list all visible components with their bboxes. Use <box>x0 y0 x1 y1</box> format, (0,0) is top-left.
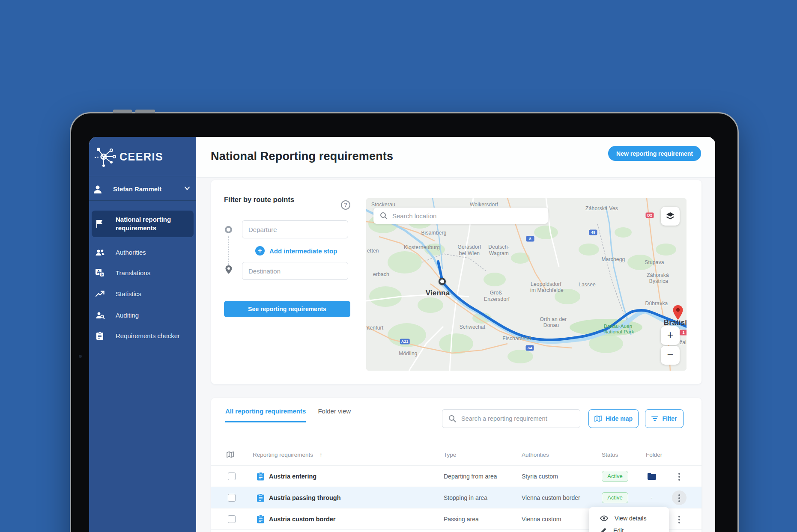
sidebar-item-requirements-checker[interactable]: Requirements checker <box>92 327 194 345</box>
departure-input[interactable] <box>242 220 348 238</box>
page-header: National Reporting requirements New repo… <box>196 137 715 178</box>
search-icon <box>448 415 456 422</box>
tab-all-reporting-requirements[interactable]: All reporting requirements <box>225 407 306 422</box>
camera-dot <box>79 355 82 358</box>
brand: CEERIS <box>89 144 196 169</box>
sidebar-item-statistics[interactable]: Statistics <box>92 285 194 303</box>
sort-arrow-icon[interactable]: ↑ <box>319 452 322 458</box>
map-label: žal <box>680 339 687 345</box>
table-row[interactable]: Austria passing through Stopping in area… <box>211 487 701 508</box>
map-search-box[interactable] <box>373 208 548 224</box>
map-label: Leopoldsdorf <box>531 281 561 287</box>
requirement-icon <box>257 493 265 502</box>
departure-point-icon <box>225 226 232 233</box>
requirement-name: Austria passing through <box>269 494 341 501</box>
people-icon <box>95 248 105 257</box>
search-icon <box>380 212 388 220</box>
map-label: Záhorská Ves <box>585 205 618 211</box>
table-search-input[interactable] <box>461 410 576 428</box>
sidebar-item-translations[interactable]: A 文 Translations <box>92 265 194 282</box>
clipboard-icon <box>95 331 104 341</box>
column-reporting-requirements[interactable]: Reporting requirements <box>253 452 313 458</box>
filter-button[interactable]: Filter <box>645 409 684 428</box>
menu-item-view-details[interactable]: View details <box>589 512 669 524</box>
road-badge: 1 <box>680 330 687 336</box>
row-menu-button[interactable] <box>672 512 687 526</box>
kebab-icon <box>678 472 680 482</box>
row-menu-button[interactable] <box>672 469 687 484</box>
new-reporting-requirement-button[interactable]: New reporting requirement <box>608 146 701 161</box>
map-label: Stockerau <box>371 202 395 208</box>
requirement-icon <box>257 472 265 481</box>
road-badge: 8 <box>526 236 534 242</box>
trend-icon <box>95 289 105 299</box>
requirement-name: Austria entering <box>269 473 316 480</box>
status-badge: Active <box>602 471 628 482</box>
tab-bar: All reporting requirements Folder view <box>225 407 351 422</box>
destination-input[interactable] <box>242 262 348 280</box>
map-label: Wolkersdorf <box>470 202 498 208</box>
tab-folder-view[interactable]: Folder view <box>318 407 351 422</box>
sidebar-item-authorities[interactable]: Authorities <box>92 244 194 261</box>
kebab-icon <box>678 493 680 503</box>
map-label: bei Wien <box>459 250 480 256</box>
map-search-input[interactable] <box>392 208 542 224</box>
map-label: Donau <box>543 322 559 328</box>
add-stop-label: Add intermediate stop <box>269 247 337 255</box>
road-badge: D2 <box>646 213 654 218</box>
svg-text:文: 文 <box>100 273 104 277</box>
map-label: Lassee <box>579 282 596 288</box>
filter-heading: Filter by route points <box>224 196 294 204</box>
sidebar-item-label: Statistics <box>116 290 141 297</box>
row-checkbox[interactable] <box>228 473 236 480</box>
map-label: Groß- <box>490 290 504 296</box>
menu-item-edit[interactable]: Edit <box>589 524 669 532</box>
see-reporting-requirements-button[interactable]: See reporting requirements <box>224 301 350 317</box>
sidebar-item-auditing[interactable]: Auditing <box>92 307 194 324</box>
zoom-out-button[interactable]: − <box>661 346 680 365</box>
row-checkbox[interactable] <box>228 494 236 502</box>
chevron-down-icon <box>184 186 190 190</box>
destination-map-pin <box>671 304 685 321</box>
map-label: Orth an der <box>540 316 567 322</box>
pencil-icon <box>600 527 607 532</box>
map-layers-button[interactable] <box>661 207 680 226</box>
map-label: Dúbravka <box>645 300 668 306</box>
requirement-authorities: Vienna custom <box>522 516 561 523</box>
map-label: itenfurt <box>367 325 383 331</box>
help-icon[interactable]: ? <box>341 200 350 210</box>
requirements-table-card: All reporting requirements Folder view <box>211 398 701 532</box>
zoom-in-button[interactable]: + <box>661 326 680 345</box>
layers-icon <box>665 211 675 221</box>
map-label: Mödling <box>399 351 417 357</box>
brand-name: CEERIS <box>119 151 163 163</box>
sidebar-item-national-reporting[interactable]: National reporting requirements <box>92 211 194 237</box>
divider <box>89 200 196 201</box>
map-label: Deutsch- <box>488 244 510 250</box>
table-row[interactable]: Austria entering Departing from area Sty… <box>211 466 701 487</box>
map-label: Bisamberg <box>421 230 446 236</box>
folder-icon[interactable] <box>647 473 657 480</box>
hide-map-button[interactable]: Hide map <box>588 409 639 428</box>
requirement-type: Departing from area <box>444 473 497 480</box>
requirement-type: Passing area <box>444 516 479 523</box>
folder-empty: - <box>651 494 653 501</box>
column-authorities: Authorities <box>522 452 549 458</box>
sidebar-item-label: National reporting requirements <box>116 215 186 232</box>
row-context-menu: View details Edit <box>589 507 669 532</box>
map-canvas[interactable]: StockerauWolkersdorfZáhorská VesBisamber… <box>366 198 687 371</box>
kebab-icon <box>678 514 680 525</box>
map-label: Donau-Auen <box>604 324 633 329</box>
table-search-box[interactable] <box>442 409 580 428</box>
audit-icon <box>95 311 105 320</box>
user-menu[interactable]: Stefan Rammelt <box>89 180 196 199</box>
requirement-type: Stopping in area <box>444 494 487 501</box>
sidebar: CEERIS Stefan Rammelt National reporting… <box>89 137 196 532</box>
row-menu-button[interactable] <box>672 490 687 505</box>
requirement-authorities: Styria custom <box>522 473 558 480</box>
add-intermediate-stop[interactable]: + Add intermediate stop <box>255 246 337 256</box>
row-checkbox[interactable] <box>228 515 236 523</box>
column-type: Type <box>444 452 456 458</box>
map-label: Marchegg <box>602 256 625 262</box>
user-name: Stefan Rammelt <box>113 185 161 193</box>
